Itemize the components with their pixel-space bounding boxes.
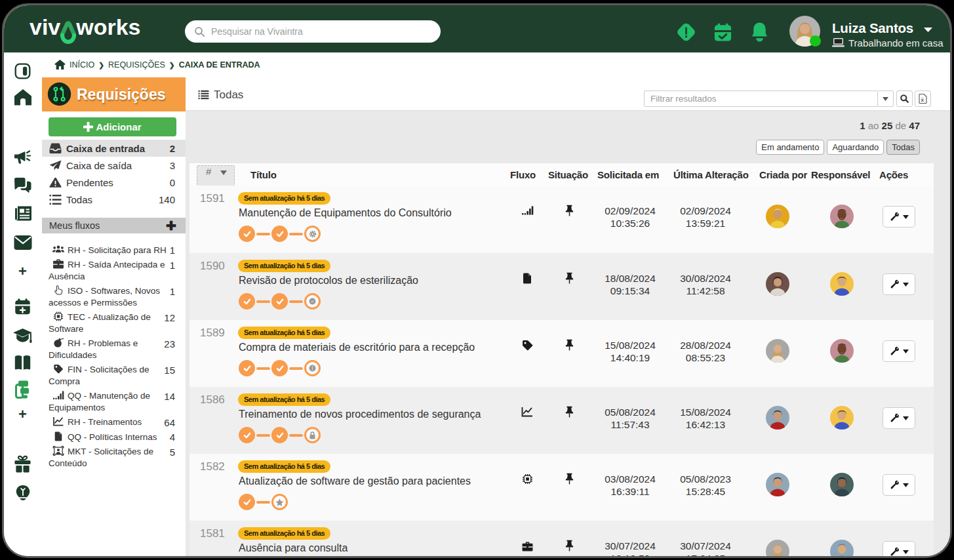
svg-text:x̄: x̄ [921,97,924,103]
